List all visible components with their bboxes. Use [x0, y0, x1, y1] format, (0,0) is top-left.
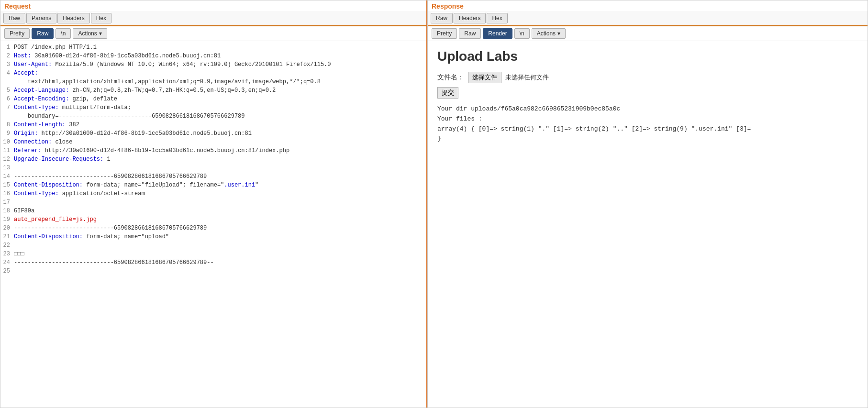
tab-params-request[interactable]: Params — [26, 13, 56, 23]
response-panel: Response Raw Headers Hex Pretty Raw Rend… — [427, 0, 868, 408]
submit-button[interactable]: 提交 — [437, 87, 458, 99]
tab-hex-request[interactable]: Hex — [91, 13, 111, 23]
response-title: Response — [428, 0, 868, 11]
table-row: 18 GIF89a — [0, 207, 426, 215]
tab-hex-response[interactable]: Hex — [487, 13, 507, 23]
table-row: 5 Accept-Language: zh-CN,zh;q=0.8,zh-TW;… — [0, 86, 426, 95]
request-panel: Request Raw Params Headers Hex Pretty Ra… — [0, 0, 427, 408]
table-row: 23 □□□ — [0, 250, 426, 258]
table-row: 7 Content-Type: multipart/form-data; — [0, 103, 426, 112]
table-row: 25 — [0, 267, 426, 276]
tab-raw-response[interactable]: Raw — [431, 13, 453, 23]
request-lines: 1 POST /index.php HTTP/1.1 2 Host: 30a01… — [0, 41, 426, 277]
no-file-text: 未选择任何文件 — [505, 73, 549, 82]
table-row: 20 -----------------------------65908286… — [0, 224, 426, 232]
response-heading: Upload Labs — [437, 49, 858, 64]
chevron-down-icon — [99, 30, 102, 37]
table-row: 13 — [0, 164, 426, 172]
files-label: Your files : — [437, 114, 858, 124]
request-tab-bar: Raw Params Headers Hex — [0, 11, 426, 26]
files-array: array(4) { [0]=> string(1) "." [1]=> str… — [437, 124, 858, 134]
table-row: text/html,application/xhtml+xml,applicat… — [0, 77, 426, 86]
table-row: 24 -----------------------------65908286… — [0, 258, 426, 267]
table-row: 19 auto_prepend_file=js.jpg — [0, 215, 426, 224]
table-row: 1 POST /index.php HTTP/1.1 — [0, 43, 426, 52]
table-row: 9 Origin: http://30a01600-d12d-4f86-8b19… — [0, 129, 426, 138]
table-row: 22 — [0, 241, 426, 250]
table-row: 8 Content-Length: 382 — [0, 121, 426, 129]
table-row: 17 — [0, 198, 426, 207]
response-toolbar: Pretty Raw Render \n Actions — [428, 26, 868, 41]
response-tab-bar: Raw Headers Hex — [428, 11, 868, 26]
table-row: 15 Content-Disposition: form-data; name=… — [0, 181, 426, 189]
response-render-area[interactable]: Upload Labs 文件名： 选择文件 未选择任何文件 提交 Your di… — [428, 41, 868, 408]
table-row: 16 Content-Type: application/octet-strea… — [0, 189, 426, 198]
choose-file-button[interactable]: 选择文件 — [468, 72, 501, 83]
actions-btn-request[interactable]: Actions — [73, 28, 107, 39]
table-row: boundary=---------------------------6590… — [0, 112, 426, 121]
tab-headers-request[interactable]: Headers — [57, 13, 89, 23]
raw-btn-request[interactable]: Raw — [32, 28, 54, 39]
newline-btn-response[interactable]: \n — [514, 28, 530, 39]
raw-btn-response[interactable]: Raw — [459, 28, 481, 39]
tab-raw-request[interactable]: Raw — [3, 13, 25, 23]
file-label: 文件名： — [437, 73, 464, 82]
request-toolbar: Pretty Raw \n Actions — [0, 26, 426, 41]
table-row: 12 Upgrade-Insecure-Requests: 1 — [0, 155, 426, 164]
table-row: 3 User-Agent: Mozilla/5.0 (Windows NT 10… — [0, 60, 426, 69]
pretty-btn-request[interactable]: Pretty — [4, 28, 30, 39]
pretty-btn-response[interactable]: Pretty — [432, 28, 457, 39]
chevron-down-icon — [557, 30, 560, 37]
actions-btn-response[interactable]: Actions — [532, 28, 566, 39]
newline-btn-request[interactable]: \n — [56, 28, 71, 39]
request-code-area[interactable]: 1 POST /index.php HTTP/1.1 2 Host: 30a01… — [0, 41, 426, 408]
request-title: Request — [0, 0, 426, 11]
table-row: 14 -----------------------------65908286… — [0, 172, 426, 181]
files-close: } — [437, 134, 858, 144]
table-row: 10 Connection: close — [0, 138, 426, 146]
table-row: 11 Referer: http://30a01600-d12d-4f86-8b… — [0, 146, 426, 155]
response-dir-line: Your dir uploads/f65a0ca982c669865231909… — [437, 104, 858, 144]
table-row: 6 Accept-Encoding: gzip, deflate — [0, 95, 426, 103]
response-rendered-body: Upload Labs 文件名： 选择文件 未选择任何文件 提交 Your di… — [428, 41, 868, 152]
file-upload-row: 文件名： 选择文件 未选择任何文件 — [437, 72, 858, 83]
tab-headers-response[interactable]: Headers — [454, 13, 486, 23]
dir-text: Your dir uploads/f65a0ca982c669865231909… — [437, 104, 858, 114]
table-row: 21 Content-Disposition: form-data; name=… — [0, 232, 426, 241]
render-btn-response[interactable]: Render — [483, 28, 512, 39]
table-row: 4 Accept: — [0, 69, 426, 77]
table-row: 2 Host: 30a01600-d12d-4f86-8b19-1cc5a03b… — [0, 52, 426, 60]
